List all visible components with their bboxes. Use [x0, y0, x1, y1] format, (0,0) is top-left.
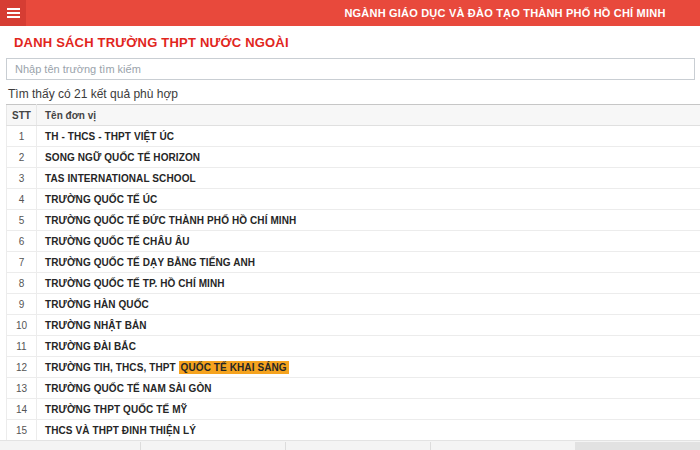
search-input[interactable] — [6, 58, 695, 80]
row-name: TRƯỜNG QUỐC TẾ DẠY BẰNG TIẾNG ANH — [37, 252, 700, 273]
column-header-stt: STT — [7, 105, 37, 126]
row-stt: 9 — [7, 294, 37, 315]
row-name: TRƯỜNG QUỐC TẾ CHÂU ÂU — [37, 231, 700, 252]
row-stt: 2 — [7, 147, 37, 168]
result-count: Tìm thấy có 21 kết quả phù hợp — [0, 80, 700, 104]
row-name: TRƯỜNG QUỐC TẾ NAM SÀI GÒN — [37, 378, 700, 399]
row-stt: 8 — [7, 273, 37, 294]
row-stt: 6 — [7, 231, 37, 252]
row-name: TRƯỜNG HÀN QUỐC — [37, 294, 700, 315]
page-title: DANH SÁCH TRƯỜNG THPT NƯỚC NGOÀI — [0, 26, 700, 58]
table-row[interactable]: 10 TRƯỜNG NHẬT BẢN — [7, 315, 700, 336]
table-row[interactable]: 5 TRƯỜNG QUỐC TẾ ĐỨC THÀNH PHỐ HỒ CHÍ MI… — [7, 210, 700, 231]
scrollbar-divider — [430, 442, 431, 450]
row-name: TRƯỜNG QUỐC TẾ ÚC — [37, 189, 700, 210]
table-row[interactable]: 14 TRƯỜNG THPT QUỐC TẾ MỸ — [7, 399, 700, 420]
row-name: TAS INTERNATIONAL SCHOOL — [37, 168, 700, 189]
scrollbar-divider — [140, 442, 141, 450]
row-stt: 12 — [7, 357, 37, 378]
row-stt: 4 — [7, 189, 37, 210]
table-row[interactable]: 12 TRƯỜNG TIH, THCS, THPT QUỐC TẾ KHAI S… — [7, 357, 700, 378]
table-row[interactable]: 15 THCS VÀ THPT ĐINH THIỆN LÝ — [7, 420, 700, 441]
table-row[interactable]: 11 TRƯỜNG ĐÀI BẮC — [7, 336, 700, 357]
top-navbar: NGÀNH GIÁO DỤC VÀ ĐÀO TẠO THÀNH PHỐ HỒ C… — [0, 0, 700, 26]
school-table: STT Tên đơn vị 1 TH - THCS - THPT VIỆT Ú… — [6, 104, 700, 441]
table-row[interactable]: 4 TRƯỜNG QUỐC TẾ ÚC — [7, 189, 700, 210]
row-name: TRƯỜNG NHẬT BẢN — [37, 315, 700, 336]
row-stt: 14 — [7, 399, 37, 420]
row-stt: 1 — [7, 126, 37, 147]
row-stt: 15 — [7, 420, 37, 441]
app-title: NGÀNH GIÁO DỤC VÀ ĐÀO TẠO THÀNH PHỐ HỒ C… — [344, 7, 665, 19]
menu-button[interactable] — [0, 0, 26, 26]
horizontal-scrollbar[interactable] — [0, 440, 700, 450]
school-table-body: 1 TH - THCS - THPT VIỆT ÚC 2 SONG NGỮ QU… — [7, 126, 700, 441]
row-name: SONG NGỮ QUỐC TẾ HORIZON — [37, 147, 700, 168]
row-stt: 5 — [7, 210, 37, 231]
table-row[interactable]: 7 TRƯỜNG QUỐC TẾ DẠY BẰNG TIẾNG ANH — [7, 252, 700, 273]
scrollbar-thumb[interactable] — [575, 442, 700, 450]
row-name: TRƯỜNG TIH, THCS, THPT QUỐC TẾ KHAI SÁNG — [37, 357, 700, 378]
row-stt: 10 — [7, 315, 37, 336]
search-bar — [0, 58, 700, 80]
row-stt: 13 — [7, 378, 37, 399]
row-name: THCS VÀ THPT ĐINH THIỆN LÝ — [37, 420, 700, 441]
row-stt: 11 — [7, 336, 37, 357]
table-row[interactable]: 8 TRƯỜNG QUỐC TẾ TP. HỒ CHÍ MINH — [7, 273, 700, 294]
row-name: TRƯỜNG ĐÀI BẮC — [37, 336, 700, 357]
app-window: NGÀNH GIÁO DỤC VÀ ĐÀO TẠO THÀNH PHỐ HỒ C… — [0, 0, 700, 450]
table-row[interactable]: 3 TAS INTERNATIONAL SCHOOL — [7, 168, 700, 189]
hamburger-icon — [7, 8, 20, 18]
row-stt: 7 — [7, 252, 37, 273]
table-row[interactable]: 1 TH - THCS - THPT VIỆT ÚC — [7, 126, 700, 147]
row-name: TH - THCS - THPT VIỆT ÚC — [37, 126, 700, 147]
row-stt: 3 — [7, 168, 37, 189]
table-header-row: STT Tên đơn vị — [7, 105, 700, 126]
scrollbar-divider — [285, 442, 286, 450]
row-name: TRƯỜNG THPT QUỐC TẾ MỸ — [37, 399, 700, 420]
column-header-name: Tên đơn vị — [37, 105, 700, 126]
table-row[interactable]: 6 TRƯỜNG QUỐC TẾ CHÂU ÂU — [7, 231, 700, 252]
table-row[interactable]: 13 TRƯỜNG QUỐC TẾ NAM SÀI GÒN — [7, 378, 700, 399]
row-name: TRƯỜNG QUỐC TẾ ĐỨC THÀNH PHỐ HỒ CHÍ MINH — [37, 210, 700, 231]
row-name: TRƯỜNG QUỐC TẾ TP. HỒ CHÍ MINH — [37, 273, 700, 294]
table-row[interactable]: 9 TRƯỜNG HÀN QUỐC — [7, 294, 700, 315]
search-highlight: QUỐC TẾ KHAI SÁNG — [179, 361, 289, 374]
table-row[interactable]: 2 SONG NGỮ QUỐC TẾ HORIZON — [7, 147, 700, 168]
